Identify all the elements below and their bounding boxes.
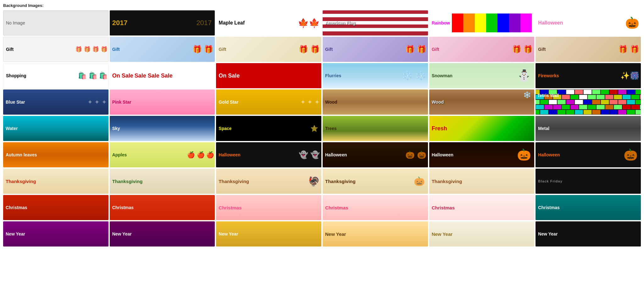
section-label: Background Images: xyxy=(3,3,641,8)
image-option-gift-cream[interactable]: Gift xyxy=(216,37,321,62)
cell-label-no-image: No Image xyxy=(6,20,25,25)
cell-label-newyear1: New Year xyxy=(6,231,25,236)
image-option-tetris[interactable] xyxy=(536,89,641,115)
image-option-halloween2[interactable]: Halloween xyxy=(323,142,428,167)
cell-label-pink-star: Pink Star xyxy=(112,100,131,105)
image-option-thanksgiving5[interactable]: Thanksgiving xyxy=(429,169,535,194)
image-option-onsale-blocks[interactable]: On Sale xyxy=(216,63,321,88)
image-option-newyear3[interactable]: New Year xyxy=(216,221,321,246)
image-option-water[interactable]: Water xyxy=(3,116,108,141)
image-option-newyear6[interactable]: New Year xyxy=(536,221,641,246)
cell-label-christmas2: Christmas xyxy=(112,205,134,210)
cell-label-gift-white: Gift xyxy=(6,47,14,52)
image-option-christmas6[interactable]: Christmas xyxy=(536,195,641,220)
image-option-newyear1[interactable]: New Year xyxy=(3,221,108,246)
image-option-fresh[interactable]: Fresh xyxy=(429,116,535,141)
cell-label-metal: Metal xyxy=(538,126,549,131)
cell-label-apples: Apples xyxy=(112,152,127,157)
image-option-gift-blue[interactable]: Gift xyxy=(110,37,215,62)
cell-label-shopping: Shopping xyxy=(6,73,26,78)
image-option-christmas1[interactable]: Christmas xyxy=(3,195,108,220)
cell-label-water: Water xyxy=(6,126,18,131)
cell-label-thanksgiving3: Thanksgiving xyxy=(219,179,249,184)
image-option-christmas4[interactable]: Christmas xyxy=(323,195,428,220)
image-option-2017[interactable]: 2017 xyxy=(110,10,215,35)
cell-label-christmas4: Christmas xyxy=(325,205,348,210)
image-option-fireworks[interactable]: Fireworks xyxy=(536,63,641,88)
image-option-space[interactable]: Space xyxy=(216,116,321,141)
image-option-newyear5[interactable]: New Year xyxy=(429,221,535,246)
image-option-christmas2[interactable]: Christmas xyxy=(110,195,215,220)
image-option-thanksgiving4[interactable]: Thanksgiving xyxy=(323,169,428,194)
cell-label-onsale-blocks: On Sale xyxy=(219,73,240,79)
image-option-apples[interactable]: Apples xyxy=(110,142,215,167)
cell-label-halloween1: Halloween xyxy=(219,152,240,157)
image-option-gift-tan[interactable]: Gift xyxy=(536,37,641,62)
image-option-autumn[interactable]: Autumn leaves xyxy=(3,142,108,167)
image-option-halloween-top[interactable]: Halloween xyxy=(536,10,641,35)
image-option-halloween1[interactable]: Halloween xyxy=(216,142,321,167)
image-option-thanksgiving2[interactable]: Thanksgiving xyxy=(110,169,215,194)
cell-label-wood1: Wood xyxy=(325,100,337,105)
image-option-flurries[interactable]: Flurries xyxy=(323,63,428,88)
cell-label-fresh: Fresh xyxy=(432,125,447,132)
image-option-onsale-red[interactable]: On SaleSale Sale Sale xyxy=(110,63,215,88)
cell-label-halloween2: Halloween xyxy=(325,152,347,157)
cell-label-wood2: Wood xyxy=(432,100,444,105)
cell-label-christmas1: Christmas xyxy=(6,205,27,210)
cell-label-gift-pink: Gift xyxy=(432,47,439,52)
cell-label-space: Space xyxy=(219,126,231,131)
cell-label-christmas5: Christmas xyxy=(432,205,455,210)
image-option-pink-star[interactable]: Pink Star xyxy=(110,89,215,115)
cell-label-newyear6: New Year xyxy=(538,231,558,236)
image-option-gift-pink[interactable]: Gift xyxy=(429,37,535,62)
image-option-gift-white[interactable]: Gift xyxy=(3,37,108,62)
cell-label-thanksgiving5: Thanksgiving xyxy=(432,179,462,184)
cell-label-newyear2: New Year xyxy=(112,231,132,236)
cell-label-blue-star: Blue Star xyxy=(6,100,25,105)
cell-label-gift-tan: Gift xyxy=(538,47,546,52)
image-option-rainbow[interactable]: Rainbow xyxy=(429,10,535,35)
image-option-no-image[interactable]: No Image xyxy=(3,10,108,35)
image-option-newyear2[interactable]: New Year xyxy=(110,221,215,246)
cell-label-rainbow: Rainbow xyxy=(432,20,450,25)
cell-label-newyear3: New Year xyxy=(219,231,238,236)
image-option-thanksgiving1[interactable]: Thanksgiving xyxy=(3,169,108,194)
image-option-snowman[interactable]: Snowman xyxy=(429,63,535,88)
cell-label-sky: Sky xyxy=(112,126,120,131)
image-option-trees[interactable]: Trees xyxy=(323,116,428,141)
cell-label-gift-purple: Gift xyxy=(325,47,333,52)
image-option-shopping[interactable]: Shopping xyxy=(3,63,108,88)
cell-label-halloween-top: Halloween xyxy=(538,20,563,26)
cell-label-halloween3: Halloween xyxy=(432,152,453,157)
image-option-maple-leaf[interactable]: Maple Leaf xyxy=(216,10,321,35)
image-option-christmas5[interactable]: Christmas xyxy=(429,195,535,220)
image-option-wood2[interactable]: Wood xyxy=(429,89,535,115)
cell-label-gift-cream: Gift xyxy=(219,47,226,52)
image-option-sky[interactable]: Sky xyxy=(110,116,215,141)
cell-label-maple-leaf: Maple Leaf xyxy=(219,20,245,26)
image-option-metal[interactable]: Metal xyxy=(536,116,641,141)
cell-label-thanksgiving4: Thanksgiving xyxy=(325,179,356,184)
image-option-blue-star[interactable]: Blue Star xyxy=(3,89,108,115)
cell-label-flurries: Flurries xyxy=(325,73,341,78)
image-option-thanksgiving3[interactable]: Thanksgiving xyxy=(216,169,321,194)
image-option-gold-star[interactable]: Gold Star xyxy=(216,89,321,115)
cell-label-2017: 2017 xyxy=(112,19,128,27)
image-option-halloween4[interactable]: Halloween xyxy=(536,142,641,167)
cell-label-christmas6: Christmas xyxy=(538,205,559,210)
image-option-halloween3[interactable]: Halloween xyxy=(429,142,535,167)
cell-label-american-flag: American Flag xyxy=(325,20,355,25)
cell-label-blackfriday: Black Friday xyxy=(538,179,562,183)
image-option-gift-purple[interactable]: Gift xyxy=(323,37,428,62)
cell-label-halloween4: Halloween xyxy=(538,152,560,157)
image-option-american-flag[interactable]: American Flag xyxy=(323,10,428,35)
image-option-christmas3[interactable]: Christmas xyxy=(216,195,321,220)
cell-label-snowman: Snowman xyxy=(432,73,452,78)
cell-label-gold-star: Gold Star xyxy=(219,100,238,105)
image-option-newyear4[interactable]: New Year xyxy=(323,221,428,246)
cell-label-trees: Trees xyxy=(325,126,337,131)
cell-label-fireworks: Fireworks xyxy=(538,73,559,78)
image-option-wood1[interactable]: Wood xyxy=(323,89,428,115)
image-option-blackfriday[interactable]: Black Friday xyxy=(536,169,641,194)
